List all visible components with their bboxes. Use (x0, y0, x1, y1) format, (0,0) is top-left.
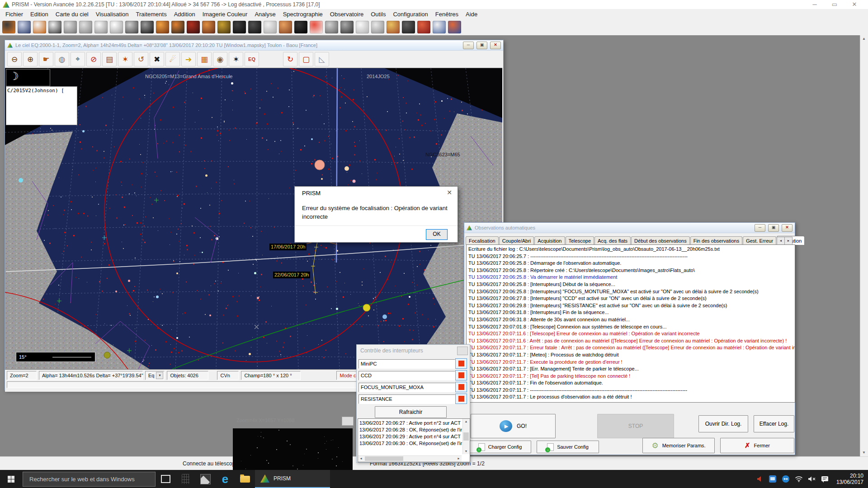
calculator-button[interactable] (175, 470, 195, 488)
zoom-out-icon[interactable]: ⊖ (7, 52, 22, 66)
camera-icon[interactable] (2, 21, 15, 33)
tab[interactable]: Gest. Erreur (743, 236, 776, 245)
start-button[interactable] (0, 470, 22, 488)
visibility-icon[interactable]: ◉ (213, 52, 227, 66)
globe-icon[interactable]: ◍ (55, 52, 69, 66)
remote-app-icon[interactable] (769, 475, 777, 483)
magnifier-icon[interactable] (110, 21, 123, 33)
menu-item[interactable]: Carte du ciel (52, 10, 92, 19)
chart-titlebar[interactable]: Le ciel EQ:2000-1-1, Zoom=2, Alpha= 14h2… (5, 40, 503, 51)
observations-titlebar[interactable]: Observations automatiques ─ ▣ ✕ (464, 223, 795, 233)
tab[interactable]: Fin des observations (690, 236, 743, 245)
switch-name-field[interactable]: FOCUS_MONTURE_MOXA (359, 383, 455, 392)
menu-item[interactable]: Aide (462, 10, 481, 19)
mount-icon[interactable] (340, 21, 354, 33)
redo-icon[interactable] (79, 21, 92, 33)
hand-tool-icon[interactable] (156, 21, 169, 33)
planetarium-icon[interactable] (264, 21, 277, 33)
chart-minimize-button[interactable]: ─ (463, 42, 474, 49)
cloud-icon[interactable] (356, 21, 369, 33)
red-speaker-icon[interactable] (756, 475, 764, 483)
switch-name-field[interactable]: MiniPC (359, 359, 455, 369)
dark-magnifier-icon[interactable] (125, 21, 138, 33)
photos-button[interactable] (195, 470, 215, 488)
switch-state-button[interactable] (455, 358, 467, 369)
menu-item[interactable]: Analyse (251, 10, 279, 19)
galaxy-icon[interactable] (141, 21, 154, 33)
undo-icon[interactable] (64, 21, 77, 33)
power-icon[interactable] (233, 21, 246, 33)
eq-az-icon[interactable]: EQ (245, 52, 259, 66)
protractor-icon[interactable]: ◺ (315, 52, 329, 66)
observations-minimize-button[interactable]: ─ (755, 224, 765, 232)
switch-name-field[interactable]: RESISTANCE (359, 394, 455, 404)
refresh-icon[interactable]: ↻ (283, 52, 297, 66)
focuser-icon[interactable] (171, 21, 184, 33)
menu-item[interactable]: Visualisation (92, 10, 132, 19)
taskbar-clock[interactable]: 20:10 13/06/2017 (834, 473, 863, 485)
tab[interactable]: Focalisation (466, 236, 499, 245)
list-vertical-scrollbar[interactable]: ▲ ▼ (462, 419, 470, 454)
notifications-icon[interactable] (821, 476, 829, 483)
filter-wheel-icon[interactable] (217, 21, 231, 33)
binoculars-icon[interactable]: ⌖ (71, 52, 85, 66)
screen-icon[interactable] (402, 21, 415, 33)
dialog-close-icon[interactable]: ✕ (447, 189, 452, 196)
edge-button[interactable]: e (215, 470, 235, 488)
app-maximize-button[interactable]: ▭ (825, 0, 844, 9)
switch-name-field[interactable]: CCD (359, 371, 455, 380)
menu-item[interactable]: Observatoire (326, 10, 367, 19)
tab[interactable]: Coupole/Abri (499, 236, 534, 245)
chart-frame-select[interactable]: Eq ▾ (145, 371, 165, 380)
scroll-down-icon[interactable]: ▼ (463, 449, 469, 454)
menu-item[interactable]: Traitements (132, 10, 170, 19)
close-window-button[interactable]: ✗ Fermer (720, 438, 794, 453)
comet-icon[interactable]: ☄ (165, 52, 180, 66)
workspace-vertical-scrollbar[interactable]: ▲ ▼ (860, 35, 868, 456)
task-view-button[interactable] (156, 470, 175, 488)
menu-item[interactable]: Configuration (389, 10, 431, 19)
observations-restore-button[interactable]: ▣ (768, 224, 779, 232)
info-icon[interactable] (48, 21, 61, 33)
taskbar-search-input[interactable]: Rechercher sur le web et dans Windows (23, 472, 156, 487)
save-config-button[interactable]: ↓ Sauver Config (537, 441, 599, 453)
telescope-icon[interactable] (248, 21, 261, 33)
tab[interactable]: Début des observations (631, 236, 690, 245)
palette-icon[interactable] (387, 21, 400, 33)
menu-item[interactable]: Fenêtres (432, 10, 462, 19)
switch-state-button[interactable] (455, 370, 467, 380)
reduce-icon[interactable]: ✶ (229, 52, 243, 66)
switch-log-list[interactable]: ▲ ▼ ◂ ▸ 13/06/2017 20:06:27 : Active por… (358, 418, 470, 462)
scrollbar-thumb[interactable] (463, 432, 469, 441)
planet-icon[interactable] (279, 21, 292, 33)
zoom-in-icon[interactable]: ⊕ (23, 52, 38, 66)
chart-close-button[interactable]: ✕ (490, 42, 501, 49)
histogram-icon[interactable] (433, 21, 446, 33)
menu-item[interactable]: Fichier (2, 10, 27, 19)
switch-state-button[interactable] (455, 382, 467, 392)
menu-item[interactable]: Spectrographie (279, 10, 326, 19)
tab[interactable]: Acquisition (534, 236, 565, 245)
menu-item[interactable]: Imagerie Couleur (199, 10, 251, 19)
scroll-right-icon[interactable]: ▸ (456, 456, 462, 461)
starfield-icon[interactable] (294, 21, 307, 33)
app-close-button[interactable]: ✕ (844, 0, 864, 9)
scrollbar-thumb[interactable] (365, 456, 403, 461)
sphere-icon[interactable] (94, 21, 108, 33)
speaker-muted-icon[interactable] (808, 476, 816, 482)
list-horizontal-scrollbar[interactable]: ◂ ▸ (358, 455, 462, 462)
color-image-icon[interactable] (448, 21, 461, 33)
hand-icon[interactable]: ☛ (39, 52, 53, 66)
scroll-down-icon[interactable]: ▼ (860, 449, 868, 456)
load-config-button[interactable]: ↑ Charger Config (469, 441, 531, 453)
observations-log[interactable]: ◂ ▸ Ecriture du fichier log : C:\Users\t… (466, 244, 795, 403)
goto-star-icon[interactable]: ✶ (118, 52, 132, 66)
clear-log-button[interactable]: Effacer Log. (754, 415, 794, 432)
refresh-button[interactable]: Rafraichir (375, 406, 447, 418)
dropper-icon[interactable] (417, 21, 430, 33)
zoom-image-canvas[interactable] (233, 428, 353, 470)
jump-icon[interactable]: ➔ (181, 52, 196, 66)
save-icon[interactable] (18, 21, 31, 33)
print-icon[interactable]: ▤ (102, 52, 117, 66)
tab[interactable]: Telescope (566, 236, 594, 245)
